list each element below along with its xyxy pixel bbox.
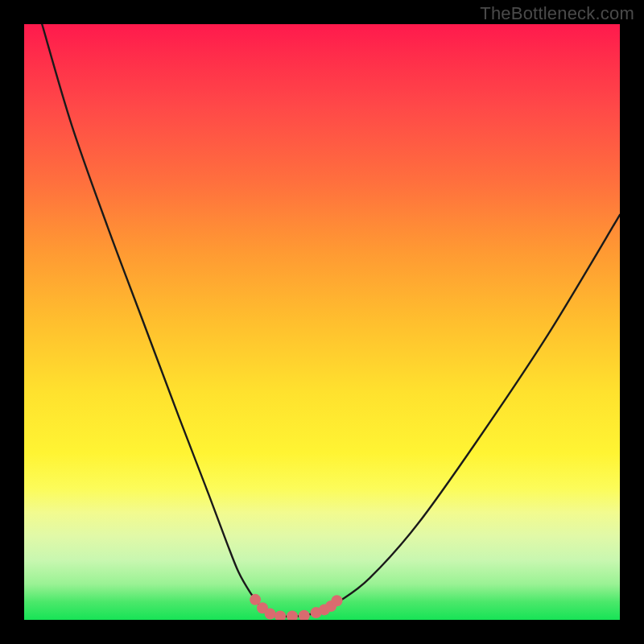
optimal-marker: [332, 595, 343, 606]
optimal-marker: [299, 610, 310, 620]
chart-frame: TheBottleneck.com: [0, 0, 644, 644]
optimal-zone-markers: [250, 594, 342, 620]
bottleneck-curve-path: [42, 24, 620, 617]
curve-layer: [24, 24, 620, 620]
optimal-marker: [275, 611, 286, 620]
plot-area: [24, 24, 620, 620]
optimal-marker: [265, 609, 276, 620]
optimal-marker: [287, 611, 298, 620]
watermark-text: TheBottleneck.com: [480, 3, 634, 24]
